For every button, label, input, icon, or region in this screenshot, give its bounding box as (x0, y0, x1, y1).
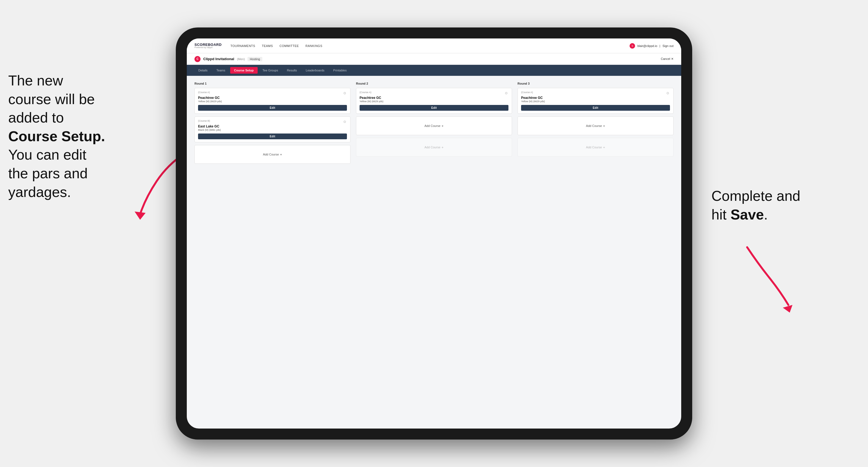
course-b-tee: Black (M) (6891 yds) (198, 129, 347, 131)
tab-leaderboards[interactable]: Leaderboards (302, 67, 328, 73)
tab-tee-groups[interactable]: Tee Groups (259, 67, 282, 73)
tab-teams[interactable]: Teams (213, 67, 229, 73)
annotation-right-line2: hit (711, 207, 731, 222)
annotation-right-end: . (764, 207, 768, 222)
annotation-line5: the pars and (8, 165, 88, 181)
annotation-line6: yardages. (8, 184, 71, 200)
annotation-line1: The new (8, 72, 63, 89)
round-2-add-course-btn[interactable]: Add Course + (356, 117, 512, 135)
svg-marker-0 (134, 212, 146, 220)
card-header-b: (Course B) ⊙ (198, 120, 347, 124)
r2-course-a-name: Peachtree GC (360, 96, 508, 100)
r3-course-a-tee: Yellow (M) (6629 yds) (521, 100, 670, 103)
r2-plus-icon-2: + (441, 145, 444, 150)
annotation-right: Complete and hit Save. (711, 187, 832, 224)
round-1-course-a-card: (Course A) ⊙ Peachtree GC Yellow (M) (66… (194, 88, 350, 114)
annotation-right-line1: Complete and (711, 188, 800, 204)
card-header: (Course A) ⊙ (521, 91, 670, 95)
annotation-line2: course will be (8, 91, 95, 107)
annotation-line4: You can edit (8, 147, 86, 163)
r2-course-a-edit-btn[interactable]: Edit (360, 105, 508, 111)
annotation-line3: added to (8, 110, 64, 126)
r3-add-course-text: Add Course + (586, 124, 605, 128)
tournament-bar: C Clippd Invitational (Men) Hosting Canc… (187, 53, 681, 65)
r3-course-a-edit-btn[interactable]: Edit (521, 105, 670, 111)
nav-rankings[interactable]: RANKINGS (305, 44, 322, 48)
r3-plus-icon-2: + (603, 145, 605, 150)
course-a-name: Peachtree GC (198, 96, 347, 100)
round-1-label: Round 1 (194, 82, 350, 85)
annotation-bold: Course Setup. (8, 128, 105, 144)
tab-results[interactable]: Results (283, 67, 301, 73)
top-nav-right: b blair@clippd.io | Sign out (629, 43, 674, 49)
top-nav: SCOREBOARD Powered by clippd TOURNAMENTS… (187, 38, 681, 53)
sign-out-link[interactable]: Sign out (662, 44, 674, 48)
tournament-division: (Men) (237, 57, 245, 61)
tablet-screen: SCOREBOARD Powered by clippd TOURNAMENTS… (187, 38, 681, 429)
rounds-grid: Round 1 (Course A) ⊙ Peachtree GC Yellow… (194, 82, 674, 166)
sub-nav: Details Teams Course Setup Tee Groups Re… (187, 65, 681, 76)
arrow-right-icon (731, 242, 813, 313)
r3-course-a-name: Peachtree GC (521, 96, 670, 100)
r2-course-a-tee: Yellow (M) (6629 yds) (360, 100, 508, 103)
r3-course-a-delete-btn[interactable]: ⊙ (665, 91, 670, 95)
tab-course-setup[interactable]: Course Setup (230, 67, 258, 73)
round-3-add-course-btn[interactable]: Add Course + (518, 117, 674, 135)
round-2-add-course-btn-2: Add Course + (356, 138, 512, 157)
separator: | (659, 44, 660, 48)
tournament-name: Clippd Invitational (203, 57, 234, 61)
r2-course-a-label: (Course A) (360, 91, 371, 94)
r2-plus-icon: + (441, 124, 444, 128)
course-a-edit-btn[interactable]: Edit (198, 105, 347, 111)
course-b-label: (Course B) (198, 120, 210, 122)
user-avatar: b (629, 43, 635, 49)
round-3-add-course-btn-2: Add Course + (518, 138, 674, 157)
r3-course-a-label: (Course A) (521, 91, 533, 94)
r2-add-course-text: Add Course + (424, 124, 444, 128)
round-3-label: Round 3 (518, 82, 674, 85)
round-3-course-a-card: (Course A) ⊙ Peachtree GC Yellow (M) (66… (518, 88, 674, 114)
round-2-column: Round 2 (Course A) ⊙ Peachtree GC Yellow… (356, 82, 512, 166)
r3-add-course-label: Add Course (586, 124, 602, 127)
round-2-course-a-card: (Course A) ⊙ Peachtree GC Yellow (M) (66… (356, 88, 512, 114)
scoreboard-logo: SCOREBOARD Powered by clippd (194, 43, 222, 49)
tab-details[interactable]: Details (194, 67, 212, 73)
round-1-add-course-btn[interactable]: Add Course + (194, 145, 350, 164)
user-email: blair@clippd.io (637, 44, 657, 48)
tournament-hosting: Hosting (247, 57, 262, 61)
round-2-label: Round 2 (356, 82, 512, 85)
tab-printables[interactable]: Printables (329, 67, 350, 73)
course-b-edit-btn[interactable]: Edit (198, 133, 347, 139)
r2-add-course-label: Add Course (424, 124, 440, 127)
card-header: (Course A) ⊙ (360, 91, 508, 95)
course-a-tee: Yellow (M) (6629 yds) (198, 100, 347, 103)
course-a-delete-btn[interactable]: ⊙ (343, 91, 347, 95)
tournament-info: C Clippd Invitational (Men) Hosting (194, 56, 262, 62)
scoreboard-sub: Powered by clippd (194, 46, 222, 49)
add-course-text: Add Course + (263, 152, 282, 157)
top-nav-links: TOURNAMENTS TEAMS COMMITTEE RANKINGS (230, 44, 322, 48)
course-a-label: (Course A) (198, 91, 210, 94)
r3-plus-icon: + (603, 124, 605, 128)
round-1-course-b-card: (Course B) ⊙ East Lake GC Black (M) (689… (194, 117, 350, 142)
plus-icon: + (280, 152, 282, 157)
add-course-label: Add Course (263, 153, 279, 156)
svg-marker-1 (783, 305, 793, 313)
main-content: Round 1 (Course A) ⊙ Peachtree GC Yellow… (187, 76, 681, 429)
r2-course-a-delete-btn[interactable]: ⊙ (504, 91, 508, 95)
round-3-column: Round 3 (Course A) ⊙ Peachtree GC Yellow… (518, 82, 674, 166)
annotation-right-bold: Save (731, 207, 764, 222)
course-b-delete-btn[interactable]: ⊙ (343, 120, 347, 124)
tournament-logo: C (194, 56, 200, 62)
top-nav-left: SCOREBOARD Powered by clippd TOURNAMENTS… (194, 43, 322, 49)
card-header: (Course A) ⊙ (198, 91, 347, 95)
r2-extra-add-label: Add Course (424, 146, 440, 149)
cancel-button[interactable]: Cancel ✕ (661, 57, 674, 61)
nav-committee[interactable]: COMMITTEE (280, 44, 299, 48)
nav-teams[interactable]: TEAMS (262, 44, 273, 48)
r3-extra-add-label: Add Course (586, 146, 602, 149)
nav-tournaments[interactable]: TOURNAMENTS (230, 44, 255, 48)
course-b-name: East Lake GC (198, 124, 347, 128)
r2-add-course-text-2: Add Course + (424, 145, 444, 150)
round-1-column: Round 1 (Course A) ⊙ Peachtree GC Yellow… (194, 82, 350, 166)
